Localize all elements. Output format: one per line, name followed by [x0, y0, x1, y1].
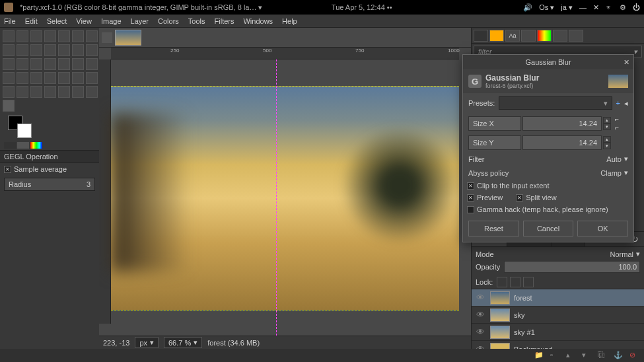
mode-select[interactable]: Normal▾ — [610, 250, 640, 258]
sizey-input[interactable]: 14.24 — [522, 135, 602, 150]
tool-measure[interactable] — [44, 44, 56, 56]
tab-fonts[interactable]: Aa — [505, 30, 520, 42]
tool-smudge[interactable] — [72, 86, 84, 98]
tool-ink[interactable] — [3, 86, 15, 98]
tab-patterns[interactable] — [489, 30, 504, 42]
tool-ellipse-select[interactable] — [17, 30, 28, 42]
zoom-select[interactable]: 66.7 %▾ — [164, 337, 202, 348]
clip-checkbox[interactable]: ✕ — [467, 182, 474, 190]
menu-select[interactable]: Select — [47, 17, 67, 25]
tool-foreground[interactable] — [86, 30, 98, 42]
radius-slider[interactable]: Radius3 — [4, 178, 95, 191]
tool-airbrush[interactable] — [86, 72, 98, 84]
folder-icon[interactable]: 📁 — [534, 351, 544, 360]
tool-paths[interactable] — [3, 44, 15, 56]
mini-gradient[interactable] — [30, 142, 42, 149]
dialog-close-icon[interactable]: ✕ — [624, 58, 629, 67]
link-icon[interactable]: ⌐⌐ — [612, 115, 622, 131]
tab-brushes[interactable] — [474, 30, 488, 42]
layer-row[interactable]: 👁forest — [472, 289, 644, 307]
layer-row[interactable]: 👁sky — [472, 307, 644, 324]
tool-rotate[interactable] — [3, 58, 15, 70]
tool-flip[interactable] — [58, 58, 70, 70]
close-icon[interactable]: ✕ — [593, 3, 599, 12]
tool-perspective[interactable] — [44, 58, 56, 70]
gear-icon[interactable]: ⚙ — [620, 3, 626, 12]
menu-layer[interactable]: Layer — [131, 17, 149, 25]
tool-eraser[interactable] — [72, 72, 84, 84]
tool-free-select[interactable] — [30, 30, 42, 42]
tool-perspective-clone[interactable] — [44, 86, 56, 98]
anchor-icon[interactable]: ⚓ — [614, 351, 623, 360]
sample-average-checkbox[interactable]: ✕ — [4, 166, 11, 173]
tool-scissors[interactable] — [72, 30, 84, 42]
sizey-down[interactable]: ▾ — [603, 143, 611, 149]
raise-icon[interactable]: ▴ — [566, 351, 575, 360]
delete-icon[interactable]: ⊘ — [629, 351, 639, 360]
tool-bucket[interactable] — [17, 72, 28, 84]
ruler-vertical[interactable] — [99, 59, 111, 324]
lower-icon[interactable]: ▾ — [582, 351, 591, 360]
tool-scale[interactable] — [17, 58, 28, 70]
lock-pixels[interactable] — [497, 277, 507, 287]
menu-windows[interactable]: Windows — [243, 17, 273, 25]
tab-tool-presets[interactable] — [569, 30, 583, 42]
reset-button[interactable]: Reset — [468, 221, 519, 236]
split-checkbox[interactable]: ✕ — [516, 194, 523, 201]
home-icon[interactable] — [102, 32, 112, 43]
cancel-button[interactable]: Cancel — [523, 221, 574, 236]
tool-pencil[interactable] — [44, 72, 56, 84]
lock-position[interactable] — [510, 277, 520, 287]
tool-shear[interactable] — [30, 58, 42, 70]
tool-gegl[interactable] — [3, 100, 15, 112]
gamma-checkbox[interactable] — [467, 206, 474, 213]
layer-row[interactable]: 👁sky #1 — [472, 324, 644, 341]
wifi-icon[interactable]: ᯤ — [606, 3, 613, 12]
mini-brush[interactable] — [4, 142, 16, 149]
tool-heal[interactable] — [30, 86, 42, 98]
visibility-icon[interactable]: 👁 — [474, 293, 486, 303]
layer-name[interactable]: sky #1 — [514, 328, 535, 336]
tool-cage[interactable] — [72, 58, 84, 70]
abyss-select[interactable]: Clamp▾ — [600, 168, 628, 177]
preview-checkbox[interactable]: ✕ — [467, 194, 474, 201]
tool-warp[interactable] — [86, 58, 98, 70]
tool-text[interactable] — [3, 72, 15, 84]
menu-help[interactable]: Help — [282, 17, 297, 25]
sizex-up[interactable]: ▴ — [603, 117, 611, 124]
tool-blend[interactable] — [30, 72, 42, 84]
menu-filters[interactable]: Filters — [215, 17, 234, 25]
preset-add-icon[interactable]: + — [616, 99, 620, 107]
tool-color-picker[interactable] — [17, 44, 28, 56]
visibility-icon[interactable]: 👁 — [474, 327, 486, 337]
visibility-icon[interactable]: 👁 — [474, 310, 486, 320]
tool-rect-select[interactable] — [3, 30, 15, 42]
filter-select[interactable]: Auto▾ — [606, 155, 628, 163]
menu-view[interactable]: View — [76, 17, 92, 25]
ruler-horizontal[interactable]: 250 500 750 1000 — [111, 48, 459, 59]
menu-image[interactable]: Image — [101, 17, 122, 25]
menu-edit[interactable]: Edit — [25, 17, 38, 25]
tool-clone[interactable] — [17, 86, 28, 98]
power-icon[interactable]: ⏻ — [633, 3, 640, 12]
layer-name[interactable]: forest — [514, 294, 532, 302]
window-title[interactable]: *party.xcf-1.0 (RGB color 8-bit gamma in… — [20, 3, 263, 12]
layer-name[interactable]: sky — [514, 311, 525, 319]
menu-tools[interactable]: Tools — [188, 17, 205, 25]
preset-menu-icon[interactable]: ◂ — [624, 99, 628, 108]
tool-blur[interactable] — [58, 86, 70, 98]
tool-align[interactable] — [72, 44, 84, 56]
minimize-icon[interactable]: — — [579, 3, 587, 12]
ok-button[interactable]: OK — [577, 221, 628, 236]
menu-colors[interactable]: Colors — [158, 17, 179, 25]
presets-select[interactable] — [499, 96, 612, 110]
image-tab[interactable] — [115, 30, 141, 46]
os-menu[interactable]: Os ▾ — [539, 3, 554, 12]
lang-menu[interactable]: ja ▾ — [561, 3, 573, 12]
tab-history[interactable] — [521, 30, 536, 42]
tool-paintbrush[interactable] — [58, 72, 70, 84]
tab-palettes[interactable] — [553, 30, 567, 42]
canvas[interactable] — [111, 59, 459, 336]
tool-move[interactable] — [58, 44, 70, 56]
lock-alpha[interactable] — [523, 277, 534, 287]
